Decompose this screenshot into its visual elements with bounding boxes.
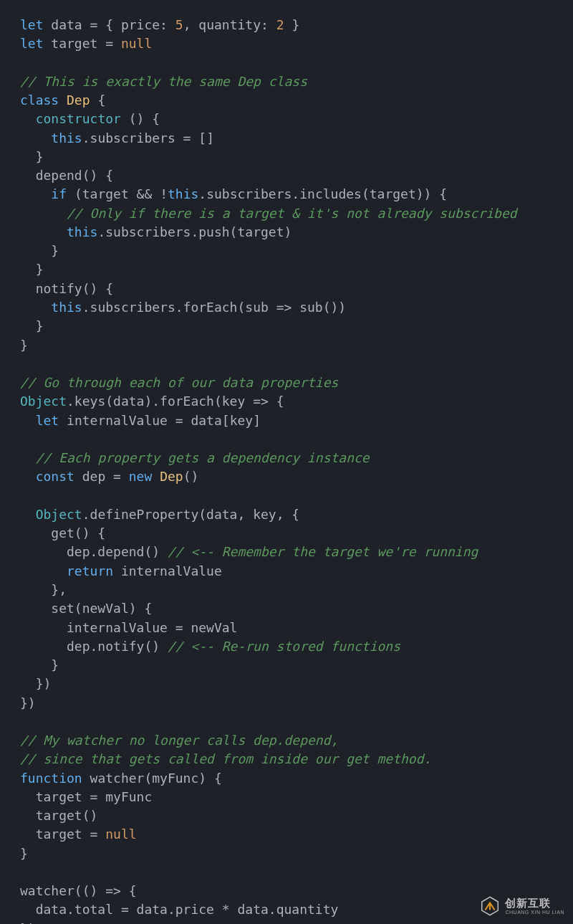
- code-token: new: [129, 469, 160, 484]
- code-token: internalValue: [67, 413, 175, 428]
- code-token: internalValue: [121, 563, 222, 578]
- code-token: data.quantity: [230, 902, 339, 917]
- code-token: }): [20, 676, 51, 691]
- code-token: .subscribers: [82, 130, 183, 146]
- code-token: [113, 36, 121, 51]
- code-token: =: [113, 469, 121, 484]
- code-token: =>: [105, 883, 121, 898]
- code-token: [20, 450, 36, 465]
- code-token: 5: [175, 17, 183, 32]
- code-token: Object: [36, 507, 82, 522]
- code-token: null: [105, 827, 136, 842]
- code-token: // <-- Re-run stored functions: [168, 639, 400, 654]
- code-token: =: [90, 789, 98, 804]
- code-token: [20, 563, 67, 578]
- code-token: dep.depend(): [20, 544, 168, 559]
- code-token: return: [67, 563, 121, 578]
- code-token: set(newVal) {: [20, 601, 152, 616]
- watermark-main: 创新互联: [505, 897, 564, 908]
- code-token: :: [160, 17, 168, 32]
- code-token: null: [121, 36, 152, 51]
- code-token: myFunc: [97, 789, 152, 804]
- code-token: watcher((): [20, 883, 105, 898]
- code-token: internalValue: [20, 620, 175, 635]
- code-token: =: [105, 36, 113, 51]
- code-block: let data = { price: 5, quantity: 2 } let…: [0, 0, 573, 924]
- code-token: =>: [253, 394, 269, 409]
- code-token: [20, 186, 51, 201]
- code-token: [20, 224, 67, 239]
- code-token: =: [175, 620, 183, 635]
- code-token: target(): [20, 808, 97, 823]
- code-token: constructor: [36, 111, 121, 126]
- code-token: }: [284, 17, 300, 32]
- code-token: }: [20, 243, 59, 258]
- code-token: =: [90, 17, 98, 32]
- code-token: ,: [183, 17, 191, 32]
- code-token: }: [20, 149, 44, 164]
- code-token: [20, 130, 51, 146]
- code-token: .defineProperty(data, key, {: [82, 507, 299, 522]
- code-token: target: [51, 36, 105, 51]
- code-token: {: [121, 883, 137, 898]
- code-token: [152, 186, 160, 201]
- code-token: dep.notify(): [20, 639, 168, 654]
- code-token: },: [20, 582, 67, 597]
- code-token: }: [20, 262, 44, 277]
- code-token: // since that gets called from inside ou…: [20, 751, 431, 766]
- watermark-logo-icon: [479, 895, 501, 917]
- code-token: }: [20, 338, 28, 353]
- code-token: !: [160, 186, 168, 201]
- code-token: quantity: [191, 17, 261, 32]
- code-token: this: [67, 224, 97, 239]
- code-token: }: [20, 846, 28, 861]
- code-token: [20, 206, 67, 221]
- code-token: }: [20, 657, 59, 672]
- code-token: :: [261, 17, 269, 32]
- code-token: .keys(data).forEach(key: [67, 394, 253, 409]
- code-token: =: [183, 130, 191, 146]
- code-token: }: [20, 318, 44, 333]
- code-token: let: [36, 413, 67, 428]
- code-token: [20, 111, 36, 126]
- code-token: data[key]: [183, 413, 261, 428]
- code-token: function: [20, 771, 90, 786]
- code-token: { price: [97, 17, 160, 32]
- code-token: }): [20, 921, 36, 924]
- code-token: target: [20, 827, 90, 842]
- code-token: // <-- Remember the target we're running: [168, 544, 478, 559]
- code-token: (): [183, 469, 199, 484]
- code-token: 2: [276, 17, 284, 32]
- code-token: {: [90, 92, 106, 108]
- code-token: // Go through each of our data propertie…: [20, 375, 338, 390]
- code-token: =: [121, 902, 129, 917]
- code-token: this: [51, 300, 82, 315]
- code-token: this: [168, 186, 198, 201]
- code-token: this: [51, 130, 82, 146]
- code-token: notify() {: [20, 281, 113, 296]
- code-token: data: [51, 17, 90, 32]
- code-token: sub()): [292, 300, 346, 315]
- code-token: // Each property gets a dependency insta…: [36, 450, 370, 465]
- code-token: [20, 507, 36, 522]
- code-token: data.price: [129, 902, 222, 917]
- code-token: =: [90, 827, 98, 842]
- code-token: Object: [20, 394, 67, 409]
- code-token: // My watcher no longer calls dep.depend…: [20, 733, 338, 748]
- code-token: []: [191, 130, 214, 146]
- code-token: class: [20, 92, 67, 108]
- code-token: data.total: [20, 902, 121, 917]
- code-token: {: [269, 394, 284, 409]
- code-token: newVal: [183, 620, 238, 635]
- code-token: watcher(myFunc) {: [90, 771, 222, 786]
- code-token: dep: [82, 469, 113, 484]
- code-token: [20, 300, 51, 315]
- code-token: (target: [67, 186, 137, 201]
- code-token: get() {: [20, 525, 105, 540]
- watermark: 创新互联 CHUANG XIN HU LIAN: [479, 895, 564, 917]
- code-token: target: [20, 789, 90, 804]
- code-token: .subscribers.forEach(sub: [82, 300, 276, 315]
- code-token: [97, 827, 105, 842]
- code-token: .subscribers.push(target): [97, 224, 292, 239]
- code-token: =: [175, 413, 183, 428]
